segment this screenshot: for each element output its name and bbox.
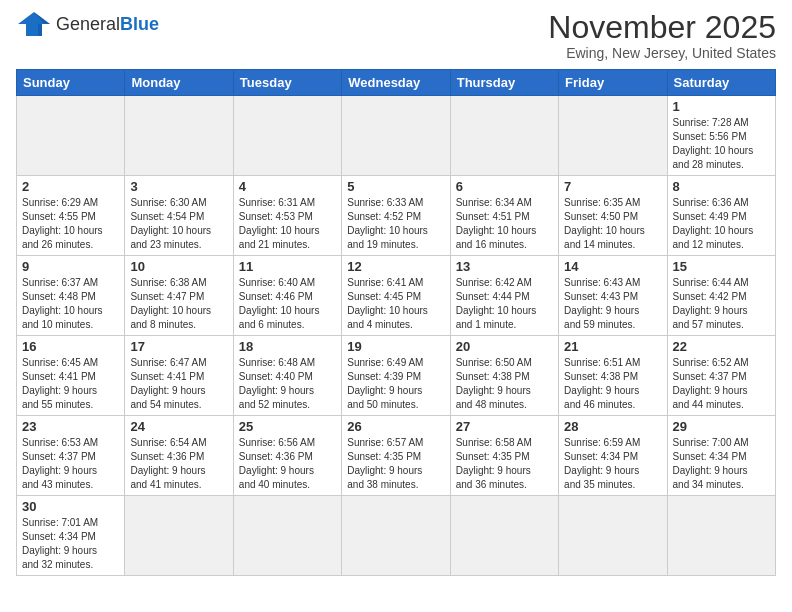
day-info: Sunrise: 6:57 AM Sunset: 4:35 PM Dayligh…	[347, 436, 444, 492]
location: Ewing, New Jersey, United States	[548, 45, 776, 61]
day-info: Sunrise: 6:52 AM Sunset: 4:37 PM Dayligh…	[673, 356, 770, 412]
week-row-4: 23Sunrise: 6:53 AM Sunset: 4:37 PM Dayli…	[17, 416, 776, 496]
calendar-cell: 12Sunrise: 6:41 AM Sunset: 4:45 PM Dayli…	[342, 256, 450, 336]
calendar-cell: 1Sunrise: 7:28 AM Sunset: 5:56 PM Daylig…	[667, 96, 775, 176]
weekday-header-monday: Monday	[125, 70, 233, 96]
day-number: 19	[347, 339, 444, 354]
weekday-header-friday: Friday	[559, 70, 667, 96]
calendar-cell: 18Sunrise: 6:48 AM Sunset: 4:40 PM Dayli…	[233, 336, 341, 416]
page: GeneralBlue November 2025 Ewing, New Jer…	[0, 0, 792, 586]
calendar-cell	[450, 496, 558, 576]
calendar-cell: 23Sunrise: 6:53 AM Sunset: 4:37 PM Dayli…	[17, 416, 125, 496]
calendar-cell: 24Sunrise: 6:54 AM Sunset: 4:36 PM Dayli…	[125, 416, 233, 496]
day-info: Sunrise: 6:30 AM Sunset: 4:54 PM Dayligh…	[130, 196, 227, 252]
calendar-cell: 26Sunrise: 6:57 AM Sunset: 4:35 PM Dayli…	[342, 416, 450, 496]
calendar-cell	[667, 496, 775, 576]
weekday-header-thursday: Thursday	[450, 70, 558, 96]
calendar-cell	[342, 96, 450, 176]
calendar-cell: 9Sunrise: 6:37 AM Sunset: 4:48 PM Daylig…	[17, 256, 125, 336]
calendar-cell: 13Sunrise: 6:42 AM Sunset: 4:44 PM Dayli…	[450, 256, 558, 336]
calendar-cell	[559, 96, 667, 176]
day-info: Sunrise: 6:44 AM Sunset: 4:42 PM Dayligh…	[673, 276, 770, 332]
day-number: 6	[456, 179, 553, 194]
day-number: 4	[239, 179, 336, 194]
calendar-cell: 17Sunrise: 6:47 AM Sunset: 4:41 PM Dayli…	[125, 336, 233, 416]
day-number: 25	[239, 419, 336, 434]
weekday-header-saturday: Saturday	[667, 70, 775, 96]
calendar-cell	[450, 96, 558, 176]
day-number: 14	[564, 259, 661, 274]
calendar-cell: 11Sunrise: 6:40 AM Sunset: 4:46 PM Dayli…	[233, 256, 341, 336]
day-info: Sunrise: 6:49 AM Sunset: 4:39 PM Dayligh…	[347, 356, 444, 412]
day-info: Sunrise: 6:41 AM Sunset: 4:45 PM Dayligh…	[347, 276, 444, 332]
day-number: 23	[22, 419, 119, 434]
day-number: 5	[347, 179, 444, 194]
day-info: Sunrise: 6:29 AM Sunset: 4:55 PM Dayligh…	[22, 196, 119, 252]
day-info: Sunrise: 6:33 AM Sunset: 4:52 PM Dayligh…	[347, 196, 444, 252]
calendar-cell: 16Sunrise: 6:45 AM Sunset: 4:41 PM Dayli…	[17, 336, 125, 416]
calendar-cell	[125, 496, 233, 576]
calendar-cell	[342, 496, 450, 576]
day-number: 11	[239, 259, 336, 274]
logo-text: GeneralBlue	[56, 14, 159, 35]
day-number: 17	[130, 339, 227, 354]
day-number: 29	[673, 419, 770, 434]
weekday-header-wednesday: Wednesday	[342, 70, 450, 96]
day-info: Sunrise: 6:58 AM Sunset: 4:35 PM Dayligh…	[456, 436, 553, 492]
day-info: Sunrise: 6:54 AM Sunset: 4:36 PM Dayligh…	[130, 436, 227, 492]
day-number: 18	[239, 339, 336, 354]
logo: GeneralBlue	[16, 10, 159, 38]
day-info: Sunrise: 6:31 AM Sunset: 4:53 PM Dayligh…	[239, 196, 336, 252]
calendar-cell: 27Sunrise: 6:58 AM Sunset: 4:35 PM Dayli…	[450, 416, 558, 496]
header: GeneralBlue November 2025 Ewing, New Jer…	[16, 10, 776, 61]
day-number: 26	[347, 419, 444, 434]
day-number: 15	[673, 259, 770, 274]
day-number: 20	[456, 339, 553, 354]
day-info: Sunrise: 6:47 AM Sunset: 4:41 PM Dayligh…	[130, 356, 227, 412]
calendar-cell: 21Sunrise: 6:51 AM Sunset: 4:38 PM Dayli…	[559, 336, 667, 416]
day-info: Sunrise: 7:00 AM Sunset: 4:34 PM Dayligh…	[673, 436, 770, 492]
day-info: Sunrise: 6:48 AM Sunset: 4:40 PM Dayligh…	[239, 356, 336, 412]
day-info: Sunrise: 6:51 AM Sunset: 4:38 PM Dayligh…	[564, 356, 661, 412]
weekday-header-sunday: Sunday	[17, 70, 125, 96]
day-number: 2	[22, 179, 119, 194]
calendar-cell	[125, 96, 233, 176]
calendar-cell	[17, 96, 125, 176]
day-info: Sunrise: 6:38 AM Sunset: 4:47 PM Dayligh…	[130, 276, 227, 332]
day-number: 24	[130, 419, 227, 434]
weekday-header-row: SundayMondayTuesdayWednesdayThursdayFrid…	[17, 70, 776, 96]
day-number: 9	[22, 259, 119, 274]
day-number: 30	[22, 499, 119, 514]
calendar-cell	[559, 496, 667, 576]
calendar-cell: 8Sunrise: 6:36 AM Sunset: 4:49 PM Daylig…	[667, 176, 775, 256]
calendar-cell: 14Sunrise: 6:43 AM Sunset: 4:43 PM Dayli…	[559, 256, 667, 336]
day-info: Sunrise: 6:35 AM Sunset: 4:50 PM Dayligh…	[564, 196, 661, 252]
calendar-cell: 25Sunrise: 6:56 AM Sunset: 4:36 PM Dayli…	[233, 416, 341, 496]
weekday-header-tuesday: Tuesday	[233, 70, 341, 96]
day-number: 13	[456, 259, 553, 274]
calendar-cell: 7Sunrise: 6:35 AM Sunset: 4:50 PM Daylig…	[559, 176, 667, 256]
calendar-cell	[233, 496, 341, 576]
day-number: 16	[22, 339, 119, 354]
logo-icon	[16, 10, 52, 38]
day-info: Sunrise: 6:36 AM Sunset: 4:49 PM Dayligh…	[673, 196, 770, 252]
calendar-cell: 22Sunrise: 6:52 AM Sunset: 4:37 PM Dayli…	[667, 336, 775, 416]
calendar-cell: 3Sunrise: 6:30 AM Sunset: 4:54 PM Daylig…	[125, 176, 233, 256]
calendar-cell: 10Sunrise: 6:38 AM Sunset: 4:47 PM Dayli…	[125, 256, 233, 336]
calendar-cell: 15Sunrise: 6:44 AM Sunset: 4:42 PM Dayli…	[667, 256, 775, 336]
calendar-cell: 19Sunrise: 6:49 AM Sunset: 4:39 PM Dayli…	[342, 336, 450, 416]
calendar: SundayMondayTuesdayWednesdayThursdayFrid…	[16, 69, 776, 576]
month-title: November 2025	[548, 10, 776, 45]
day-number: 28	[564, 419, 661, 434]
calendar-cell: 6Sunrise: 6:34 AM Sunset: 4:51 PM Daylig…	[450, 176, 558, 256]
week-row-5: 30Sunrise: 7:01 AM Sunset: 4:34 PM Dayli…	[17, 496, 776, 576]
day-info: Sunrise: 6:40 AM Sunset: 4:46 PM Dayligh…	[239, 276, 336, 332]
day-info: Sunrise: 7:28 AM Sunset: 5:56 PM Dayligh…	[673, 116, 770, 172]
calendar-cell	[233, 96, 341, 176]
title-block: November 2025 Ewing, New Jersey, United …	[548, 10, 776, 61]
day-info: Sunrise: 7:01 AM Sunset: 4:34 PM Dayligh…	[22, 516, 119, 572]
calendar-cell: 20Sunrise: 6:50 AM Sunset: 4:38 PM Dayli…	[450, 336, 558, 416]
day-number: 1	[673, 99, 770, 114]
week-row-2: 9Sunrise: 6:37 AM Sunset: 4:48 PM Daylig…	[17, 256, 776, 336]
calendar-cell: 4Sunrise: 6:31 AM Sunset: 4:53 PM Daylig…	[233, 176, 341, 256]
